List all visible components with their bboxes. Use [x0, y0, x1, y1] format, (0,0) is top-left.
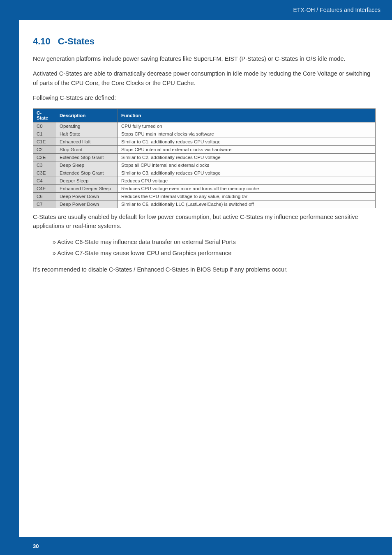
- cstates-table: C-State Description Function C0 Operatin…: [33, 108, 376, 208]
- cell-cstate: C2: [33, 145, 56, 153]
- cell-func: Stops CPU internal and external clocks v…: [118, 145, 376, 153]
- cell-func: CPU fully turned on: [118, 122, 376, 130]
- para-after-table: C-States are usually enabled by default …: [33, 212, 376, 231]
- para-table-lead: Following C-States are defined:: [33, 93, 376, 102]
- cell-func: Similar to C6, additionally LLC (LastLev…: [118, 200, 376, 208]
- header-bar: ETX-OH / Features and Interfaces: [0, 0, 392, 20]
- cell-desc: Extended Stop Grant: [56, 153, 118, 161]
- cell-cstate: C1: [33, 130, 56, 138]
- cell-desc: Operating: [56, 122, 118, 130]
- cell-func: Reduces the CPU internal voltage to any …: [118, 192, 376, 200]
- cell-func: Stops CPU main internal clocks via softw…: [118, 130, 376, 138]
- cell-func: Stops all CPU internal and external cloc…: [118, 161, 376, 169]
- cell-cstate: C4E: [33, 184, 56, 192]
- table-row: C1E Enhanced Halt Similar to C1, additio…: [33, 138, 376, 145]
- cell-desc: Deep Power Down: [56, 192, 118, 200]
- table-row: C4 Deeper Sleep Reduces CPU voltage: [33, 177, 376, 184]
- cell-cstate: C0: [33, 122, 56, 130]
- cell-cstate: C3E: [33, 169, 56, 177]
- cell-cstate: C1E: [33, 138, 56, 145]
- cell-func: Similar to C2, additionally reduces CPU …: [118, 153, 376, 161]
- footer-bar: 30: [0, 537, 392, 555]
- table-row: C0 Operating CPU fully turned on: [33, 122, 376, 130]
- cell-desc: Deep Sleep: [56, 161, 118, 169]
- cell-cstate: C6: [33, 192, 56, 200]
- cell-func: Similar to C1, additionally reduces CPU …: [118, 138, 376, 145]
- para-intro-2: Activated C-States are able to dramatica…: [33, 69, 376, 88]
- cell-desc: Stop Grant: [56, 145, 118, 153]
- table-row: C2E Extended Stop Grant Similar to C2, a…: [33, 153, 376, 161]
- th-function: Function: [118, 108, 376, 122]
- cell-desc: Halt State: [56, 130, 118, 138]
- list-item: Active C7-State may cause lower CPU and …: [53, 248, 376, 259]
- cell-func: Similar to C3, additionally reduces CPU …: [118, 169, 376, 177]
- table-row: C1 Halt State Stops CPU main internal cl…: [33, 130, 376, 138]
- breadcrumb: ETX-OH / Features and Interfaces: [293, 7, 380, 13]
- th-cstate: C-State: [33, 108, 56, 122]
- cell-cstate: C3: [33, 161, 56, 169]
- para-intro-1: New generation platforms include power s…: [33, 54, 376, 63]
- cell-cstate: C2E: [33, 153, 56, 161]
- bullet-list: Active C6-State may influence data trans…: [53, 237, 376, 259]
- page-number: 30: [33, 543, 39, 549]
- table-row: C3E Extended Stop Grant Similar to C3, a…: [33, 169, 376, 177]
- cell-cstate: C4: [33, 177, 56, 184]
- section-number: 4.10: [33, 36, 51, 46]
- section-heading-text: C-States: [58, 36, 95, 46]
- left-stripe: [0, 0, 19, 555]
- cell-desc: Extended Stop Grant: [56, 169, 118, 177]
- cell-desc: Enhanced Halt: [56, 138, 118, 145]
- page-content: 4.10C-States New generation platforms in…: [33, 36, 376, 280]
- th-description: Description: [56, 108, 118, 122]
- table-row: C7 Deep Power Down Similar to C6, additi…: [33, 200, 376, 208]
- section-title: 4.10C-States: [33, 36, 376, 47]
- cell-cstate: C7: [33, 200, 56, 208]
- table-row: C3 Deep Sleep Stops all CPU internal and…: [33, 161, 376, 169]
- para-recommendation: It's recommended to disable C-States / E…: [33, 265, 376, 274]
- cell-desc: Enhanced Deeper Sleep: [56, 184, 118, 192]
- cell-func: Reduces CPU voltage: [118, 177, 376, 184]
- cell-desc: Deeper Sleep: [56, 177, 118, 184]
- cell-desc: Deep Power Down: [56, 200, 118, 208]
- cell-func: Reduces CPU voltage even more and turns …: [118, 184, 376, 192]
- table-row: C4E Enhanced Deeper Sleep Reduces CPU vo…: [33, 184, 376, 192]
- list-item: Active C6-State may influence data trans…: [53, 237, 376, 248]
- table-row: C2 Stop Grant Stops CPU internal and ext…: [33, 145, 376, 153]
- table-header-row: C-State Description Function: [33, 108, 376, 122]
- table-row: C6 Deep Power Down Reduces the CPU inter…: [33, 192, 376, 200]
